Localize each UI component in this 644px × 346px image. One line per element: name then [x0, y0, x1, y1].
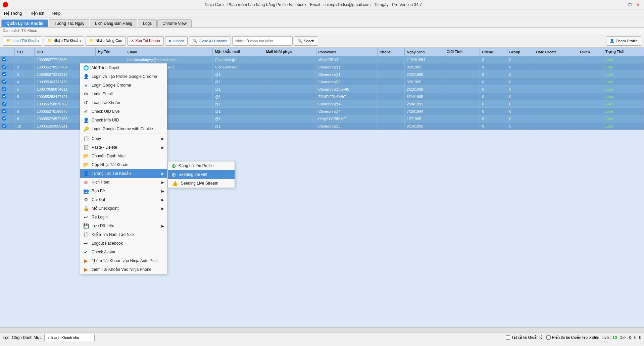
- import-tai-khoan-button[interactable]: 📁 Nhập Tài Khoản: [44, 36, 84, 46]
- load-ctx-icon: ↺: [83, 100, 89, 106]
- close-all-chrome-button[interactable]: 🔍 Close All Chrome: [189, 36, 231, 46]
- disable-error-checkbox[interactable]: [506, 335, 510, 340]
- ctx-add-phone[interactable]: ▶ thêm Tài Khoản Vào Ninja Phone: [80, 265, 167, 274]
- ctx-mo-trinh-duyet[interactable]: 🌐 Mở Trình Duyệt: [80, 63, 167, 72]
- ctx-sep-1: [80, 134, 167, 134]
- row-mail-recovery: [264, 122, 316, 130]
- friends-icon: 👥: [83, 188, 89, 194]
- ctx-check-info-uid[interactable]: 👤 Check Info UID: [80, 116, 167, 125]
- row-date-create: [534, 78, 577, 86]
- horizontal-scrollbar[interactable]: [0, 327, 644, 333]
- ctx-kich-hoat[interactable]: ⊘ Kích Hoạt ▶: [80, 178, 167, 187]
- row-token: [577, 108, 603, 115]
- ctx-login-chrome[interactable]: ● Login Google Chrome: [80, 81, 167, 90]
- row-checkbox[interactable]: [0, 86, 15, 93]
- ctx-ban-be[interactable]: 👥 Bạn Bè ▶: [80, 187, 167, 195]
- restore-button[interactable]: □: [627, 1, 633, 8]
- delete-icon: ✕: [131, 39, 134, 43]
- row-date-create: [534, 86, 577, 93]
- col-mail-recovery: Mail khôi phục: [264, 48, 316, 56]
- tab-lich-dang-ban-hang[interactable]: Lịch Đăng Bán Hàng: [90, 19, 137, 27]
- app-icon: [3, 2, 8, 7]
- tab-tuong-tac-ngay[interactable]: Tương Tác Ngay: [49, 19, 89, 27]
- ctx-login-tao-profile[interactable]: 👤 Login và Tạo Profile Google Chrome: [80, 72, 167, 81]
- row-checkbox[interactable]: [0, 108, 15, 115]
- row-status: Live: [603, 100, 644, 108]
- row-date-create: [534, 115, 577, 122]
- row-friend: 0: [480, 115, 507, 122]
- ctx-add-auto-post[interactable]: ▶ Thêm Tài Khoản vào Ninja Auto Post: [80, 256, 167, 265]
- tab-quan-ly-tai-khoan[interactable]: Quản Lý Tài Khoản: [1, 19, 48, 27]
- sub-dang-bai-profile[interactable]: ⊕ Đăng bài lên Profile: [168, 161, 235, 170]
- ctx-load-tai-khoan[interactable]: ↺ Load Tài Khoản: [80, 98, 167, 107]
- row-checkbox[interactable]: [0, 122, 15, 130]
- row-birthday: 2/24/1995: [405, 100, 444, 108]
- import-nang-cao-button[interactable]: 📁 Nhập Nâng Cao: [86, 36, 126, 46]
- delete-tai-khoan-button[interactable]: ✕ Xóa Tài Khoản: [127, 36, 163, 46]
- search-button[interactable]: 🔍 Seach: [294, 36, 318, 46]
- activate-arrow-icon: ▶: [161, 181, 164, 184]
- close-button[interactable]: ✕: [635, 1, 641, 8]
- disable-error-label[interactable]: Tắt cả tài khoản lỗi: [506, 335, 544, 340]
- row-status: Live: [603, 63, 644, 71]
- row-email: hossiusudarjwg@hotmail.com: [125, 56, 213, 63]
- menu-help[interactable]: Help: [51, 10, 62, 16]
- row-checkbox[interactable]: [0, 63, 15, 71]
- ctx-chuyen-danh-muc[interactable]: 📂 Chuyển Danh Mục: [80, 152, 167, 160]
- row-group: 0: [507, 93, 534, 100]
- sub-seeding-bai-viet[interactable]: ⊕ Seeding bài viết: [168, 170, 235, 179]
- ctx-cap-nhat[interactable]: 📂 Cập Nhật Tài Khoản: [80, 160, 167, 169]
- row-gender: [444, 86, 480, 93]
- minimize-button[interactable]: ─: [618, 1, 625, 8]
- ctx-check-avatar[interactable]: ✔ Check Avatar: [80, 248, 167, 256]
- ctx-cai-dat[interactable]: ⚙ Cài Đặt ▶: [80, 195, 167, 204]
- tab-chrome-view[interactable]: Chrome View: [157, 19, 192, 27]
- row-checkbox[interactable]: [0, 93, 15, 100]
- show-created-checkbox[interactable]: [546, 335, 551, 340]
- unlock-button[interactable]: ▶ Unlock: [165, 36, 188, 46]
- tab-logs[interactable]: Logs: [138, 19, 157, 27]
- row-checkbox[interactable]: [0, 78, 15, 86]
- ctx-tuong-tac[interactable]: 👤 Tương Tác Tài Khoản ▶: [80, 169, 167, 178]
- ctx-login-cookie[interactable]: 🔑 Login Google Chrome with Cookie: [80, 125, 167, 133]
- table-row[interactable]: 1 100055277712082 hossiusudarjwg@hotmail…: [0, 56, 644, 63]
- ctx-logout-facebook[interactable]: ↩ Logout Facebook: [80, 239, 167, 248]
- row-password: Clonexinh@5: [316, 122, 377, 130]
- row-mail-recovery: [264, 71, 316, 78]
- col-phone: Phone: [377, 48, 404, 56]
- row-checkbox[interactable]: [0, 115, 15, 122]
- menu-tien-ich[interactable]: Tiện ích: [29, 10, 46, 16]
- row-group: 0: [507, 56, 534, 63]
- row-token: [577, 71, 603, 78]
- category-input[interactable]: [44, 334, 95, 341]
- row-group: 0: [507, 122, 534, 130]
- row-mail-pass: @1: [213, 115, 264, 122]
- menu-he-thong[interactable]: Hệ Thống: [3, 10, 23, 16]
- ctx-luu-du-lieu[interactable]: 💾 Lưu Dữ Liệu ▶: [80, 221, 167, 230]
- row-date-create: [534, 63, 577, 71]
- toolbar: 📂 Load Tài Khoản 📁 Nhập Tài Khoản 📁 Nhập…: [0, 34, 644, 48]
- row-checkbox[interactable]: [0, 56, 15, 63]
- ctx-login-email[interactable]: ✉ Login Email: [80, 90, 167, 98]
- ctx-re-login[interactable]: ↩ Re Login: [80, 213, 167, 221]
- sub-seeding-live-stream[interactable]: 👍 Seeding Live Stream: [168, 179, 235, 188]
- row-birthday: 1/7/1995: [405, 115, 444, 122]
- ctx-check-uid-live[interactable]: ✔ Check UID Live: [80, 107, 167, 116]
- row-password: Z3NlFIFRo6WhT...: [316, 93, 377, 100]
- ctx-copy[interactable]: 📋 Copy ▶: [80, 134, 167, 143]
- ctx-mo-checkpoint[interactable]: 🔒 Mở Checkpoint ▶: [80, 204, 167, 213]
- search-input[interactable]: [232, 36, 293, 46]
- check-profile-button[interactable]: 👤 Check Profile: [606, 36, 641, 46]
- row-gender: [444, 100, 480, 108]
- row-mail-recovery: [264, 115, 316, 122]
- row-mail-pass: @1: [213, 93, 264, 100]
- ctx-kiem-tra-nam[interactable]: 📋 Kiểm Tra Năm Tạo Nick: [80, 230, 167, 239]
- load-tai-khoan-button[interactable]: 📂 Load Tài Khoản: [3, 36, 42, 46]
- show-created-label[interactable]: Hiển thị tài khoản tạo profile: [546, 335, 599, 340]
- row-checkbox[interactable]: [0, 71, 15, 78]
- row-friend: 0: [480, 56, 507, 63]
- row-checkbox[interactable]: [0, 100, 15, 108]
- title-bar: Ninja Care - Phần mềm bán hàng bằng Prof…: [0, 0, 644, 9]
- live-count: Live : 10: [601, 335, 617, 340]
- ctx-paste-delete[interactable]: 📋 Paste - Delete ▶: [80, 143, 167, 152]
